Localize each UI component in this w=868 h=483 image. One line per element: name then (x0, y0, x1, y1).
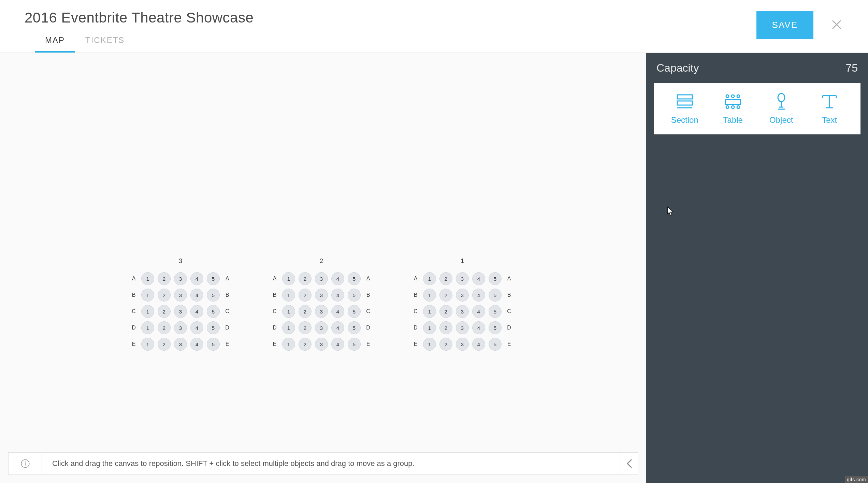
seat[interactable]: 2 (158, 305, 171, 318)
seat[interactable]: 4 (472, 338, 485, 351)
seat[interactable]: 5 (348, 321, 361, 334)
seat[interactable]: 3 (174, 305, 187, 318)
seat[interactable]: 3 (174, 289, 187, 302)
row-label-right: E (223, 341, 231, 347)
seat[interactable]: 2 (158, 272, 171, 285)
hint-collapse-button[interactable] (621, 453, 638, 474)
seat[interactable]: 5 (489, 338, 502, 351)
seat[interactable]: 3 (315, 305, 328, 318)
seat[interactable]: 4 (472, 289, 485, 302)
seat[interactable]: 3 (315, 272, 328, 285)
row-label-left: C (130, 308, 138, 314)
seat[interactable]: 4 (190, 289, 203, 302)
seat[interactable]: 1 (141, 305, 154, 318)
seat[interactable]: 2 (299, 321, 312, 334)
seat[interactable]: 3 (456, 289, 469, 302)
close-button[interactable] (829, 17, 844, 32)
seat[interactable]: 4 (331, 305, 344, 318)
seat[interactable]: 5 (207, 321, 220, 334)
svg-point-6 (726, 95, 729, 98)
seat[interactable]: 1 (423, 305, 436, 318)
seat[interactable]: 4 (331, 338, 344, 351)
seating-row: D12345D (130, 321, 231, 334)
seat[interactable]: 3 (315, 321, 328, 334)
seat[interactable]: 5 (207, 305, 220, 318)
seat[interactable]: 1 (282, 305, 295, 318)
seat[interactable]: 4 (472, 272, 485, 285)
seat[interactable]: 1 (141, 338, 154, 351)
seat[interactable]: 1 (282, 338, 295, 351)
seat[interactable]: 1 (423, 272, 436, 285)
seating-section-1[interactable]: 1 A12345A B12345B C12345C D12345D E12345… (411, 258, 513, 354)
seat[interactable]: 1 (423, 338, 436, 351)
seat[interactable]: 5 (207, 289, 220, 302)
seat[interactable]: 3 (315, 338, 328, 351)
tab-map[interactable]: MAP (45, 35, 65, 53)
seat[interactable]: 4 (472, 305, 485, 318)
seat[interactable]: 2 (299, 289, 312, 302)
seat[interactable]: 4 (331, 289, 344, 302)
seat[interactable]: 1 (423, 321, 436, 334)
seat[interactable]: 2 (439, 289, 452, 302)
seat[interactable]: 1 (423, 289, 436, 302)
seat[interactable]: 2 (439, 338, 452, 351)
seat[interactable]: 5 (348, 305, 361, 318)
seat[interactable]: 5 (489, 289, 502, 302)
seat[interactable]: 1 (141, 289, 154, 302)
seat[interactable]: 2 (299, 272, 312, 285)
seats-row: 12345 (423, 289, 502, 302)
seating-section-3[interactable]: 3 A12345A B12345B C12345C D12345D E12345… (130, 258, 231, 354)
seat[interactable]: 3 (456, 321, 469, 334)
seat[interactable]: 1 (282, 321, 295, 334)
tool-section[interactable]: Section (661, 93, 709, 125)
seat[interactable]: 2 (439, 272, 452, 285)
seat[interactable]: 2 (299, 338, 312, 351)
seat[interactable]: 1 (282, 289, 295, 302)
tab-tickets[interactable]: TICKETS (85, 35, 125, 53)
seating-row: E12345E (130, 338, 231, 351)
seat[interactable]: 5 (489, 305, 502, 318)
seating-row: E12345E (271, 338, 372, 351)
tool-label: Object (769, 115, 793, 125)
seat[interactable]: 2 (299, 305, 312, 318)
tool-text[interactable]: Text (806, 93, 853, 125)
seat[interactable]: 3 (174, 272, 187, 285)
seat[interactable]: 4 (190, 305, 203, 318)
seat-map-canvas[interactable]: 3 A12345A B12345B C12345C D12345D E12345… (0, 53, 646, 483)
seat[interactable]: 5 (348, 338, 361, 351)
svg-point-1 (25, 462, 26, 463)
seat[interactable]: 4 (190, 321, 203, 334)
seat[interactable]: 5 (207, 338, 220, 351)
seat[interactable]: 2 (158, 338, 171, 351)
seat[interactable]: 4 (190, 338, 203, 351)
seat[interactable]: 2 (439, 321, 452, 334)
seat[interactable]: 5 (348, 289, 361, 302)
seat[interactable]: 1 (282, 272, 295, 285)
seat[interactable]: 3 (174, 338, 187, 351)
seat[interactable]: 5 (489, 272, 502, 285)
save-button[interactable]: SAVE (756, 11, 813, 39)
seat[interactable]: 2 (158, 289, 171, 302)
sections-container: 3 A12345A B12345B C12345C D12345D E12345… (130, 258, 513, 354)
seat[interactable]: 5 (207, 272, 220, 285)
seat[interactable]: 3 (456, 272, 469, 285)
seat[interactable]: 4 (331, 321, 344, 334)
tool-object[interactable]: Object (757, 93, 805, 125)
seat[interactable]: 3 (315, 289, 328, 302)
seat[interactable]: 2 (439, 305, 452, 318)
seat[interactable]: 5 (489, 321, 502, 334)
seat[interactable]: 4 (190, 272, 203, 285)
seat[interactable]: 5 (348, 272, 361, 285)
seats-row: 12345 (423, 272, 502, 285)
seat[interactable]: 1 (141, 321, 154, 334)
seat[interactable]: 4 (331, 272, 344, 285)
row-label-left: B (130, 292, 138, 298)
seat[interactable]: 3 (174, 321, 187, 334)
seat[interactable]: 1 (141, 272, 154, 285)
seating-section-2[interactable]: 2 A12345A B12345B C12345C D12345D E12345… (271, 258, 372, 354)
seat[interactable]: 3 (456, 305, 469, 318)
seat[interactable]: 2 (158, 321, 171, 334)
seat[interactable]: 3 (456, 338, 469, 351)
seat[interactable]: 4 (472, 321, 485, 334)
tool-table[interactable]: Table (709, 93, 757, 125)
